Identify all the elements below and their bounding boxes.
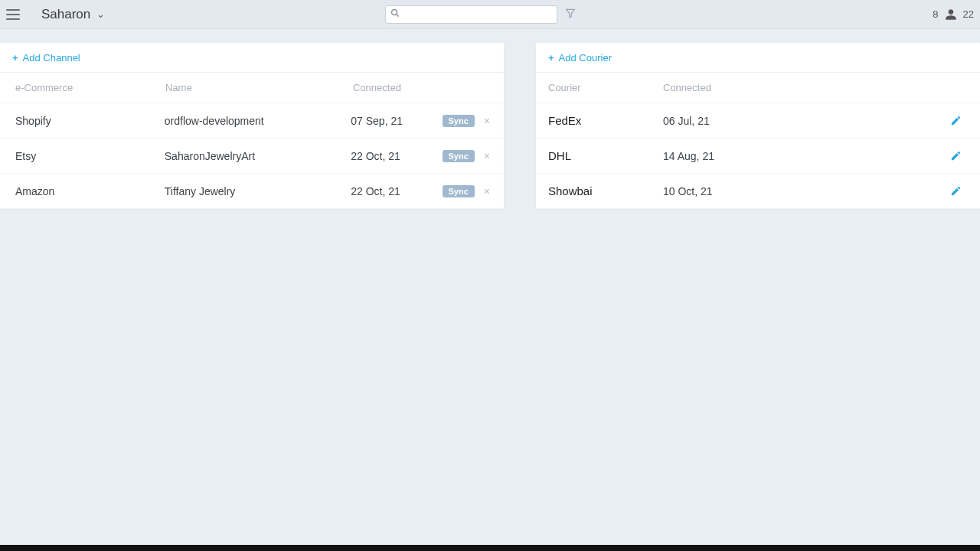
channel-ecom: Shopify [12, 115, 165, 127]
courier-name: FedEx [548, 114, 663, 127]
main-content: + Add Channel e-Commerce Name Connected … [0, 29, 980, 209]
edit-icon[interactable] [950, 185, 962, 197]
channel-connected: 07 Sep, 21 [351, 115, 442, 127]
edit-icon[interactable] [950, 115, 962, 126]
add-courier-label: Add Courier [559, 52, 612, 64]
channel-name: ordflow-development [165, 115, 351, 127]
search-box[interactable] [385, 5, 557, 24]
col-courier: Courier [548, 82, 663, 93]
col-ecommerce: e-Commerce [12, 82, 165, 93]
svg-line-1 [397, 15, 399, 17]
courier-connected: 10 Oct, 21 [663, 185, 816, 197]
courier-name: Showbai [548, 184, 663, 197]
workspace-selector[interactable]: Saharon ⌄ [41, 7, 105, 22]
header-right: 8 22 [933, 8, 974, 21]
search-input[interactable] [403, 8, 552, 20]
table-row: Showbai 10 Oct, 21 [536, 174, 980, 209]
table-row: Shopify ordflow-development 07 Sep, 21 S… [0, 103, 504, 139]
filter-icon[interactable] [565, 8, 576, 21]
plus-icon: + [548, 52, 554, 64]
notification-count[interactable]: 8 [933, 8, 938, 20]
add-channel-label: Add Channel [23, 52, 80, 64]
search-icon [390, 8, 400, 20]
plus-icon: + [12, 52, 18, 64]
add-channel-button[interactable]: + Add Channel [12, 52, 80, 64]
table-row: DHL 14 Aug, 21 [536, 139, 980, 174]
chevron-down-icon: ⌄ [96, 8, 105, 20]
col-name: Name [165, 82, 353, 93]
couriers-header-row: Courier Connected [536, 73, 980, 103]
channel-connected: 22 Oct, 21 [351, 150, 442, 162]
channels-panel: + Add Channel e-Commerce Name Connected … [0, 43, 504, 209]
top-bar: Saharon ⌄ 8 22 [0, 0, 980, 29]
edit-icon[interactable] [950, 150, 962, 161]
channel-connected: 22 Oct, 21 [351, 185, 442, 197]
couriers-panel: + Add Courier Courier Connected FedEx 06… [536, 43, 980, 209]
courier-connected: 06 Jul, 21 [663, 115, 816, 127]
table-row: Etsy SaharonJewelryArt 22 Oct, 21 Sync × [0, 139, 504, 174]
col-connected: Connected [353, 82, 445, 93]
channel-name: SaharonJewelryArt [165, 150, 351, 162]
courier-connected: 14 Aug, 21 [663, 150, 816, 162]
menu-icon[interactable] [6, 8, 20, 21]
col-connected: Connected [663, 82, 816, 93]
channel-ecom: Etsy [12, 150, 165, 162]
sync-button[interactable]: Sync [443, 115, 475, 127]
footer-bar [0, 545, 980, 551]
channel-name: Tiffany Jewelry [165, 185, 351, 197]
remove-button[interactable]: × [482, 115, 492, 127]
sync-button[interactable]: Sync [443, 185, 475, 197]
channel-ecom: Amazon [12, 185, 165, 197]
workspace-name: Saharon [41, 7, 90, 22]
courier-name: DHL [548, 149, 663, 162]
header-right-number: 22 [963, 8, 974, 20]
add-courier-button[interactable]: + Add Courier [548, 52, 612, 64]
svg-marker-2 [567, 9, 575, 17]
svg-point-0 [392, 10, 397, 15]
remove-button[interactable]: × [482, 185, 492, 197]
user-icon[interactable] [945, 8, 957, 21]
sync-button[interactable]: Sync [443, 150, 475, 162]
table-row: Amazon Tiffany Jewelry 22 Oct, 21 Sync × [0, 174, 504, 209]
search-area [385, 5, 576, 24]
table-row: FedEx 06 Jul, 21 [536, 103, 980, 139]
channels-header-row: e-Commerce Name Connected [0, 73, 504, 103]
remove-button[interactable]: × [482, 150, 492, 162]
